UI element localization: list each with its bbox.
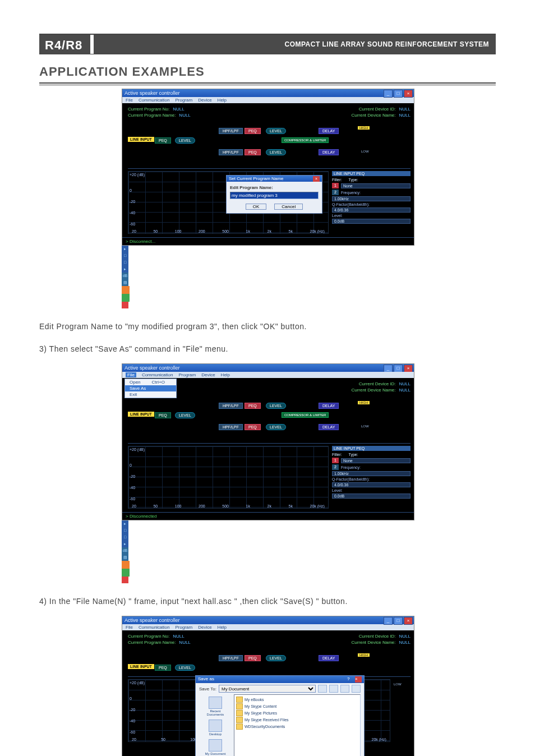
file-menu-exit[interactable]: Exit [125, 391, 176, 398]
toolbar-icon[interactable]: □ [122, 534, 128, 541]
freq-field[interactable]: 1.00kHz [332, 471, 411, 476]
file-menu-save-as[interactable]: Save As [125, 385, 176, 391]
menu-help[interactable]: Help [218, 625, 227, 630]
maximize-button[interactable]: □ [394, 617, 403, 625]
node-high-peq[interactable]: PEQ [245, 403, 261, 409]
dialog-close-button[interactable]: × [355, 676, 362, 683]
level-field[interactable]: 0.0dB [332, 494, 411, 499]
node-high-delay[interactable]: DELAY [319, 128, 339, 134]
menu-communication[interactable]: Communication [139, 98, 170, 103]
toolbar-icon[interactable]: dB [122, 547, 128, 554]
freq-field[interactable]: 1.00kHz [332, 196, 411, 201]
node-compressor[interactable]: COMPRESSOR & LIMITER [282, 137, 329, 143]
q-field[interactable]: 4.0/0.36 [332, 208, 411, 213]
program-name-input[interactable] [230, 192, 319, 199]
toolbar-icon[interactable]: □ [122, 259, 128, 266]
node-low-delay[interactable]: DELAY [319, 149, 339, 155]
up-icon[interactable] [329, 685, 338, 693]
cancel-button[interactable]: Cancel [274, 204, 303, 210]
dialog-help-button[interactable]: ? [347, 676, 354, 683]
place-desktop[interactable]: Desktop [202, 720, 229, 736]
close-button[interactable]: × [404, 365, 413, 372]
back-icon[interactable] [318, 685, 327, 693]
node-high-peq[interactable]: PEQ [245, 655, 261, 661]
menu-device[interactable]: Device [198, 625, 211, 630]
toolbar-icon[interactable] [122, 577, 128, 583]
menu-program[interactable]: Program [175, 625, 192, 630]
toolbar-icon[interactable] [122, 294, 130, 302]
file-list[interactable]: My eBooks My Skype Content My Skype Pict… [234, 694, 361, 756]
file-menu-open[interactable]: OpenCtrl+O [125, 379, 176, 385]
node-input-peq[interactable]: PEQ [155, 137, 171, 144]
save-to-dropdown[interactable]: My Document [219, 685, 316, 693]
type-dropdown[interactable]: None [341, 183, 411, 188]
node-input-peq[interactable]: PEQ [155, 665, 171, 671]
node-high-delay[interactable]: DELAY [319, 403, 339, 409]
node-low-hpf[interactable]: HPF/LPF [219, 149, 243, 155]
toolbar-icon[interactable]: ▸ [122, 541, 128, 547]
node-low-peq[interactable]: PEQ [245, 424, 261, 430]
node-low-peq[interactable]: PEQ [245, 149, 261, 155]
node-high-level[interactable]: LEVEL [266, 128, 286, 134]
node-high-level[interactable]: LEVEL [266, 403, 286, 409]
node-high-level[interactable]: LEVEL [266, 655, 286, 661]
node-high-delay[interactable]: DELAY [319, 655, 339, 661]
minimize-button[interactable]: _ [384, 617, 393, 625]
menu-file[interactable]: File [126, 98, 133, 103]
dialog-close-button[interactable]: × [313, 176, 320, 182]
toolbar-icon[interactable]: □ [122, 527, 128, 534]
node-input-peq[interactable]: PEQ [155, 412, 171, 418]
node-high-hpf[interactable]: HPF/LPF [219, 128, 243, 134]
toolbar-icon[interactable] [122, 569, 130, 577]
node-low-level[interactable]: LEVEL [266, 149, 286, 155]
menu-help[interactable]: Help [218, 98, 227, 103]
node-high-peq[interactable]: PEQ [245, 128, 261, 134]
filter-1[interactable]: 1 [332, 183, 339, 188]
ok-button[interactable]: OK [246, 204, 267, 210]
node-low-level[interactable]: LEVEL [266, 424, 286, 430]
minimize-button[interactable]: _ [384, 90, 393, 98]
view-icon[interactable] [352, 685, 361, 693]
level-field[interactable]: 0.0dB [332, 219, 411, 224]
toolbar-icon[interactable]: ▸ [122, 246, 128, 252]
menu-program[interactable]: Program [175, 98, 192, 103]
node-compressor[interactable]: COMPRESSOR & LIMITER [282, 412, 329, 418]
new-folder-icon[interactable] [340, 685, 349, 693]
node-high-hpf[interactable]: HPF/LPF [219, 655, 243, 661]
menu-communication[interactable]: Communication [139, 625, 170, 630]
filter-2[interactable]: 2 [332, 190, 339, 195]
node-input-level[interactable]: LEVEL [175, 137, 195, 144]
filter-1[interactable]: 1 [332, 458, 339, 463]
menu-help[interactable]: Help [221, 372, 230, 377]
toolbar-icon[interactable]: □ [122, 252, 128, 259]
menu-file[interactable]: File [126, 372, 136, 377]
type-dropdown[interactable]: None [341, 458, 411, 463]
node-input-level[interactable]: LEVEL [175, 412, 195, 418]
toolbar-icon[interactable]: ▧ [122, 554, 128, 561]
place-recent[interactable]: Recent Documents [202, 697, 229, 716]
toolbar-icon[interactable]: dB [122, 273, 128, 279]
menu-device[interactable]: Device [198, 98, 211, 103]
close-button[interactable]: × [404, 90, 413, 98]
node-low-hpf[interactable]: HPF/LPF [219, 424, 243, 430]
node-input-level[interactable]: LEVEL [175, 665, 195, 671]
menu-device[interactable]: Device [201, 372, 215, 377]
maximize-button[interactable]: □ [394, 90, 403, 98]
menu-file[interactable]: File [126, 625, 133, 630]
toolbar-icon[interactable]: ▸ [122, 266, 128, 273]
q-field[interactable]: 4.0/0.36 [332, 482, 411, 487]
toolbar-icon[interactable] [122, 286, 130, 294]
filter-2[interactable]: 2 [332, 464, 339, 470]
close-button[interactable]: × [404, 617, 413, 625]
menu-program[interactable]: Program [178, 372, 196, 377]
place-mydocs[interactable]: My Document [202, 739, 229, 755]
toolbar-icon[interactable]: ▧ [122, 279, 128, 286]
minimize-button[interactable]: _ [384, 365, 393, 372]
toolbar-icon[interactable] [122, 302, 128, 308]
node-high-hpf[interactable]: HPF/LPF [219, 403, 243, 409]
node-low-delay[interactable]: DELAY [319, 424, 339, 430]
maximize-button[interactable]: □ [394, 365, 403, 372]
toolbar-icon[interactable]: ▸ [122, 520, 128, 527]
toolbar-icon[interactable] [122, 561, 130, 569]
menu-communication[interactable]: Communication [142, 372, 173, 377]
